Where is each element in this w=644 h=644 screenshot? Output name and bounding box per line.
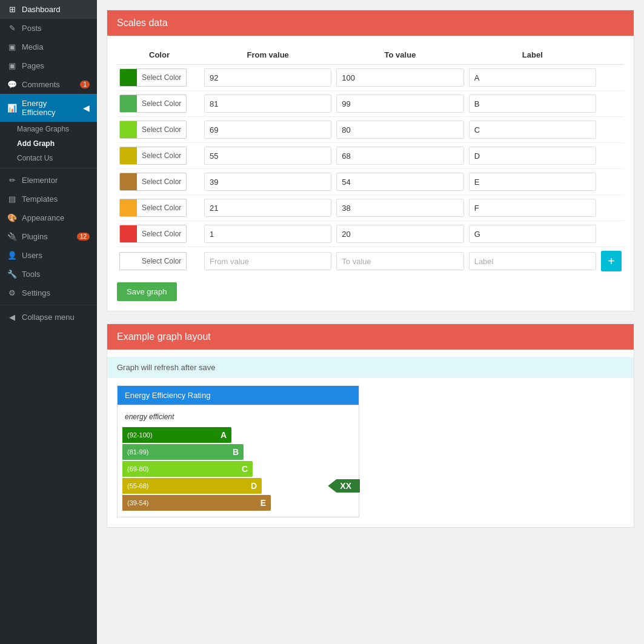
action-cell <box>599 221 624 247</box>
bar-letter: C <box>242 464 248 474</box>
color-cell: Select Color <box>117 195 202 221</box>
to-value-input[interactable] <box>336 225 463 243</box>
energy-bar: (69-80)C <box>122 461 253 477</box>
label-input[interactable] <box>469 147 596 165</box>
color-cell: Select Color <box>117 65 202 91</box>
color-cell: Select Color <box>117 221 202 247</box>
color-btn-label: Select Color <box>137 257 186 265</box>
sidebar-item-comments[interactable]: 💬 Comments 1 <box>0 75 97 94</box>
from-value-input[interactable] <box>204 252 331 270</box>
label-cell <box>466 169 599 195</box>
sidebar-item-tools[interactable]: 🔧 Tools <box>0 265 97 284</box>
energy-icon: 📊 <box>7 104 17 113</box>
sidebar-item-add-graph[interactable]: Add Graph <box>17 136 97 151</box>
sidebar-item-energy[interactable]: 📊 Energy Efficiency ◀ <box>0 94 97 122</box>
from-value-input[interactable] <box>204 199 331 217</box>
color-btn-label: Select Color <box>137 73 186 82</box>
sidebar-item-collapse[interactable]: ◀ Collapse menu <box>0 308 97 327</box>
sidebar-item-posts[interactable]: ✎ Posts <box>0 19 97 38</box>
appearance-icon: 🎨 <box>7 213 17 222</box>
action-cell <box>599 169 624 195</box>
label-input[interactable] <box>469 252 596 270</box>
label-cell <box>466 91 599 117</box>
color-select-button[interactable]: Select Color <box>119 199 187 217</box>
label-cell <box>466 143 599 169</box>
to-value-cell <box>334 91 466 117</box>
sidebar-item-dashboard[interactable]: ⊞ Dashboard <box>0 0 97 19</box>
color-select-button[interactable]: Select Color <box>119 68 187 87</box>
color-btn-label: Select Color <box>137 99 186 108</box>
from-value-input[interactable] <box>204 121 331 139</box>
color-cell: Select Color <box>117 91 202 117</box>
label-input[interactable] <box>469 225 596 243</box>
label-input[interactable] <box>469 199 596 217</box>
from-value-input[interactable] <box>204 147 331 165</box>
energy-graph: Energy Efficiency Rating energy efficien… <box>117 385 359 517</box>
to-value-input[interactable] <box>336 173 463 191</box>
sidebar-item-pages[interactable]: ▣ Pages <box>0 56 97 75</box>
sidebar-item-users[interactable]: 👤 Users <box>0 246 97 265</box>
media-icon: ▣ <box>7 42 17 51</box>
save-graph-button[interactable]: Save graph <box>117 282 177 301</box>
color-select-button[interactable]: Select Color <box>119 173 187 191</box>
scales-panel-header: Scales data <box>107 10 634 36</box>
elementor-icon: ✏ <box>7 176 17 185</box>
table-row: Select Color <box>117 169 624 195</box>
table-row: Select Color <box>117 221 624 247</box>
color-swatch <box>120 121 137 139</box>
label-input[interactable] <box>469 68 596 87</box>
to-value-input[interactable] <box>336 147 463 165</box>
color-btn-label: Select Color <box>137 178 186 186</box>
label-input[interactable] <box>469 95 596 113</box>
color-swatch <box>120 199 137 217</box>
label-cell <box>466 117 599 143</box>
color-select-button[interactable]: Select Color <box>119 225 187 243</box>
posts-icon: ✎ <box>7 24 17 33</box>
color-select-button[interactable]: Select Color <box>119 147 187 165</box>
color-swatch <box>120 173 137 191</box>
to-value-cell <box>334 195 466 221</box>
sidebar-item-elementor[interactable]: ✏ Elementor <box>0 171 97 190</box>
bar-row: (39-54)E <box>122 495 354 511</box>
sidebar-item-plugins[interactable]: 🔌 Plugins 12 <box>0 227 97 246</box>
bar-row: (55-68)DXX <box>122 478 354 494</box>
users-icon: 👤 <box>7 251 17 260</box>
label-input[interactable] <box>469 121 596 139</box>
from-value-input[interactable] <box>204 95 331 113</box>
color-btn-label: Select Color <box>137 151 186 160</box>
color-select-button[interactable]: Select Color <box>119 252 187 270</box>
energy-bar: (81-99)B <box>122 444 244 460</box>
bar-range: (55-68) <box>127 482 148 490</box>
sidebar-item-manage-graphs[interactable]: Manage Graphs <box>17 122 97 136</box>
bar-letter: B <box>233 447 239 457</box>
from-value-input[interactable] <box>204 173 331 191</box>
energy-graph-title: Energy Efficiency Rating <box>118 386 359 405</box>
to-value-input[interactable] <box>336 199 463 217</box>
color-swatch <box>120 68 137 87</box>
to-value-input[interactable] <box>336 252 463 270</box>
from-value-input[interactable] <box>204 225 331 243</box>
sidebar-item-settings[interactable]: ⚙ Settings <box>0 284 97 302</box>
sidebar-item-templates[interactable]: ▤ Templates <box>0 190 97 208</box>
add-row-button[interactable]: + <box>601 251 622 271</box>
bar-letter: E <box>261 498 266 508</box>
table-row: Select Color+ <box>117 247 624 276</box>
color-cell: Select Color <box>117 117 202 143</box>
sidebar-item-media[interactable]: ▣ Media <box>0 38 97 56</box>
sidebar-item-contact-us[interactable]: Contact Us <box>17 151 97 165</box>
to-value-input[interactable] <box>336 121 463 139</box>
from-value-cell <box>202 247 334 276</box>
to-value-input[interactable] <box>336 95 463 113</box>
to-value-cell <box>334 247 466 276</box>
sidebar-item-appearance[interactable]: 🎨 Appearance <box>0 208 97 227</box>
color-select-button[interactable]: Select Color <box>119 121 187 139</box>
to-value-cell <box>334 65 466 91</box>
label-input[interactable] <box>469 173 596 191</box>
color-select-button[interactable]: Select Color <box>119 95 187 113</box>
example-panel: Example graph layout Graph will refresh … <box>107 324 634 528</box>
label-cell <box>466 247 599 276</box>
action-cell <box>599 91 624 117</box>
to-value-input[interactable] <box>336 68 463 87</box>
col-color: Color <box>117 45 202 65</box>
from-value-input[interactable] <box>204 68 331 87</box>
